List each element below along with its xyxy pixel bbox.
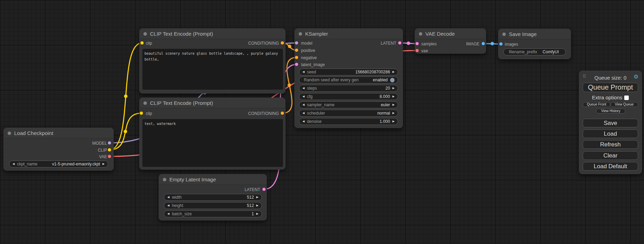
clear-button[interactable]: Clear — [583, 151, 638, 160]
input-positive-label: positive — [301, 47, 315, 54]
node-load-checkpoint[interactable]: Load Checkpoint MODEL CLIP VAE ◀ ckpt_na… — [3, 128, 114, 171]
load-default-button[interactable]: Load Default — [583, 162, 638, 171]
widget-sampler-name[interactable]: ◀ sampler_name euler ▶ — [299, 101, 398, 108]
decrement-arrow-icon[interactable]: ◀ — [302, 110, 305, 117]
widget-value: 20 — [385, 86, 390, 91]
widget-scheduler[interactable]: ◀ scheduler normal ▶ — [299, 110, 398, 117]
collapse-dot-icon[interactable] — [8, 132, 11, 135]
widget-cfg[interactable]: ◀ cfg 8.000 ▶ — [299, 93, 398, 100]
decrement-arrow-icon[interactable]: ◀ — [302, 118, 305, 125]
increment-arrow-icon[interactable]: ▶ — [392, 93, 395, 100]
widget-label: seed — [307, 70, 316, 74]
widget-ckpt-name[interactable]: ◀ ckpt_name v1-5-pruned-emaonly.ckpt ▶ — [9, 161, 108, 168]
node-title: Empty Latent Image — [169, 174, 216, 185]
output-latent-label: LATENT — [381, 40, 396, 47]
node-clip-text-encode-negative[interactable]: CLIP Text Encode (Prompt) clip CONDITION… — [139, 98, 285, 170]
output-conditioning-label: CONDITIONING — [248, 40, 279, 47]
increment-arrow-icon[interactable]: ▶ — [392, 85, 395, 92]
decrement-arrow-icon[interactable]: ◀ — [302, 85, 305, 92]
widget-value: enabled — [373, 78, 388, 82]
load-button[interactable]: Load — [583, 129, 638, 138]
widget-random-seed[interactable]: Random seed after every gen enabled — [299, 76, 398, 83]
node-title: KSampler — [305, 29, 328, 39]
collapse-dot-icon[interactable] — [502, 33, 506, 36]
decrement-arrow-icon[interactable]: ◀ — [167, 210, 169, 217]
decrement-arrow-icon[interactable]: ◀ — [302, 93, 305, 100]
widget-label: height — [172, 203, 183, 208]
widget-label: denoise — [307, 119, 321, 124]
random-seed-toggle[interactable] — [390, 78, 395, 82]
link-dot-conditioning-positive[interactable] — [288, 45, 291, 48]
node-save-image-titlebar[interactable]: Save Image — [499, 29, 571, 39]
widget-denoise[interactable]: ◀ denoise 1.000 ▶ — [299, 118, 398, 125]
output-image-label: IMAGE — [466, 40, 479, 47]
link-dot-image[interactable] — [491, 42, 494, 45]
view-history-button[interactable]: View History — [596, 109, 625, 114]
link-clip-positive[interactable] — [109, 43, 142, 150]
queue-prompt-button[interactable]: Queue Prompt — [583, 83, 638, 92]
widget-height[interactable]: ◀ height 512 ▶ — [164, 202, 262, 209]
prompt-textarea[interactable]: text, watermark — [142, 119, 283, 167]
collapse-dot-icon[interactable] — [163, 178, 166, 181]
decrement-arrow-icon[interactable]: ◀ — [12, 161, 15, 168]
widget-width[interactable]: ◀ width 512 ▶ — [164, 194, 262, 201]
prompt-textarea[interactable]: beautiful scenery nature glass bottle la… — [142, 49, 283, 90]
increment-arrow-icon[interactable]: ▶ — [392, 110, 395, 117]
decrement-arrow-icon[interactable]: ◀ — [302, 101, 305, 108]
node-title: Load Checkpoint — [14, 128, 53, 138]
link-dot-conditioning-negative[interactable] — [288, 83, 291, 87]
collapse-dot-icon[interactable] — [299, 32, 302, 36]
node-ksampler-titlebar[interactable]: KSampler — [295, 29, 403, 39]
node-empty-latent-image-titlebar[interactable]: Empty Latent Image — [159, 174, 266, 185]
increment-arrow-icon[interactable]: ▶ — [392, 118, 395, 125]
increment-arrow-icon[interactable]: ▶ — [256, 210, 258, 217]
collapse-dot-icon[interactable] — [143, 101, 147, 105]
decrement-arrow-icon[interactable]: ◀ — [167, 202, 169, 209]
node-title: Save Image — [509, 29, 537, 39]
node-load-checkpoint-titlebar[interactable]: Load Checkpoint — [4, 128, 113, 138]
collapse-dot-icon[interactable] — [419, 32, 422, 36]
increment-arrow-icon[interactable]: ▶ — [392, 69, 395, 75]
extra-options-checkbox[interactable] — [624, 96, 629, 100]
decrement-arrow-icon[interactable]: ◀ — [167, 194, 169, 201]
widget-value: 1.000 — [380, 119, 390, 124]
widget-steps[interactable]: ◀ steps 20 ▶ — [299, 85, 398, 92]
widget-label: Random seed after every gen — [304, 78, 359, 82]
queue-panel: ⠿ Queue size: 0 ⚙ Queue Prompt Extra opt… — [579, 71, 642, 174]
node-clip-text-encode-negative-titlebar[interactable]: CLIP Text Encode (Prompt) — [140, 98, 285, 108]
view-queue-button[interactable]: View Queue — [610, 102, 638, 107]
save-button[interactable]: Save — [583, 119, 638, 127]
node-vae-decode[interactable]: VAE Decode samples IMAGE vae — [415, 28, 486, 54]
output-model-label: MODEL — [92, 140, 107, 147]
widget-seed[interactable]: ◀ seed 156680208700286 ▶ — [299, 69, 398, 75]
gear-icon[interactable]: ⚙ — [634, 73, 638, 80]
widget-batch-size[interactable]: ◀ batch_size 1 ▶ — [164, 210, 262, 217]
link-dot-clip-positive[interactable] — [124, 94, 127, 98]
comfyui-canvas[interactable]: { "canvas": { "background": "#202020" },… — [0, 0, 644, 244]
node-save-image[interactable]: Save Image images filename_prefix ComfyU… — [498, 29, 571, 59]
widget-label: batch_size — [172, 211, 192, 216]
link-clip-negative[interactable] — [109, 113, 141, 150]
increment-arrow-icon[interactable]: ▶ — [256, 202, 258, 209]
increment-arrow-icon[interactable]: ▶ — [392, 101, 395, 108]
widget-filename-prefix[interactable]: filename_prefix ComfyUI — [503, 48, 566, 55]
node-clip-text-encode-positive-titlebar[interactable]: CLIP Text Encode (Prompt) — [140, 29, 285, 39]
link-dot-clip-negative[interactable] — [124, 130, 127, 133]
widget-label: filename_prefix — [509, 49, 537, 54]
queue-front-button[interactable]: Queue Front — [583, 102, 610, 107]
collapse-dot-icon[interactable] — [143, 32, 147, 36]
node-vae-decode-titlebar[interactable]: VAE Decode — [415, 29, 486, 39]
increment-arrow-icon[interactable]: ▶ — [103, 161, 105, 168]
increment-arrow-icon[interactable]: ▶ — [256, 194, 258, 201]
link-dot-latent-out[interactable] — [407, 42, 410, 45]
node-empty-latent-image[interactable]: Empty Latent Image LATENT ◀ width 512 ▶ … — [159, 174, 267, 220]
extra-options-row: Extra options — [579, 94, 642, 100]
widget-label: steps — [307, 86, 317, 91]
widget-value: 8.000 — [380, 94, 390, 99]
node-title: CLIP Text Encode (Prompt) — [150, 29, 213, 39]
input-images-label: images — [505, 41, 518, 48]
node-ksampler[interactable]: KSampler model LATENT positive negative … — [294, 28, 403, 128]
decrement-arrow-icon[interactable]: ◀ — [302, 69, 305, 75]
refresh-button[interactable]: Refresh — [583, 140, 638, 149]
node-clip-text-encode-positive[interactable]: CLIP Text Encode (Prompt) clip CONDITION… — [139, 28, 285, 93]
